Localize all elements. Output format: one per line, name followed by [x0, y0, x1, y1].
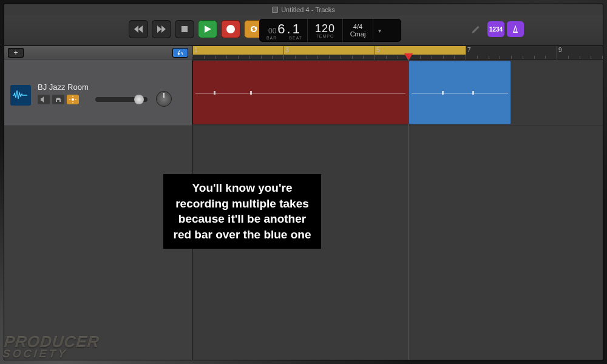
ruler-bar-number: 9: [558, 47, 562, 53]
tuner-icon[interactable]: [470, 22, 481, 36]
rewind-button[interactable]: [129, 20, 148, 38]
track-name-label[interactable]: BJ Jazz Room: [38, 83, 89, 92]
lcd-beat: 1: [293, 21, 300, 37]
svg-point-1: [72, 98, 74, 101]
lcd-display[interactable]: 00 6 . 1 BAR BEAT 120 TEMPO 4/4 Cmaj ▾: [259, 19, 401, 42]
count-in-label: 1234: [489, 26, 503, 33]
app-window: Untitled 4 - Tracks 00 6 . 1 BAR BEAT: [4, 4, 603, 360]
waveform-icon: [412, 93, 508, 93]
window-title: Untitled 4 - Tracks: [281, 6, 335, 13]
add-track-button[interactable]: +: [8, 48, 24, 58]
transport-controls: [129, 20, 263, 38]
stop-button[interactable]: [175, 20, 194, 38]
cycle-region[interactable]: [192, 46, 466, 55]
lcd-timesig: 4/4: [353, 23, 362, 30]
count-in-button[interactable]: 1234: [487, 21, 504, 37]
track-header-toolbar: +: [4, 46, 192, 59]
lcd-key: Cmaj: [350, 30, 366, 38]
input-monitor-button[interactable]: [67, 95, 79, 104]
timeline-ruler[interactable]: 1357911: [192, 46, 603, 59]
pan-knob[interactable]: [156, 91, 172, 107]
annotation-caption: You'll know you'rerecording multiple tak…: [163, 174, 321, 249]
title-bar: Untitled 4 - Tracks: [4, 4, 603, 15]
mute-button[interactable]: [38, 95, 50, 104]
ruler-bar-number: 5: [376, 47, 380, 53]
toolbar: 00 6 . 1 BAR BEAT 120 TEMPO 4/4 Cmaj ▾: [4, 15, 603, 46]
ruler-bar-number: 1: [194, 47, 198, 53]
play-button[interactable]: [198, 20, 217, 38]
playhead-line[interactable]: [409, 59, 409, 360]
track-lane[interactable]: [192, 59, 603, 126]
ruler-bar-number: 7: [467, 47, 471, 53]
forward-button[interactable]: [152, 20, 171, 38]
lcd-tempo-label: TEMPO: [316, 34, 334, 38]
document-icon: [272, 7, 278, 13]
metronome-button[interactable]: [507, 21, 524, 37]
svg-rect-0: [181, 26, 188, 32]
smart-controls-button[interactable]: [172, 48, 188, 58]
headphone-button[interactable]: [52, 95, 64, 104]
record-button[interactable]: [221, 20, 240, 38]
lcd-tempo: 120: [315, 22, 335, 35]
audio-region-recording[interactable]: [192, 61, 409, 124]
ruler-bar-number: 3: [285, 47, 289, 53]
waveform-icon: [195, 93, 405, 93]
volume-knob[interactable]: [134, 95, 144, 104]
audio-region-existing[interactable]: [409, 61, 511, 124]
lcd-bar-prefix: 00: [268, 27, 276, 35]
lcd-dropdown-icon[interactable]: ▾: [373, 27, 385, 34]
lcd-beat-label: BEAT: [289, 36, 302, 40]
lcd-bar: 6: [277, 21, 285, 37]
track-type-icon: [10, 85, 31, 106]
volume-slider[interactable]: [95, 97, 148, 102]
lcd-bar-label: BAR: [266, 36, 277, 40]
track-row[interactable]: BJ Jazz Room: [4, 59, 192, 126]
